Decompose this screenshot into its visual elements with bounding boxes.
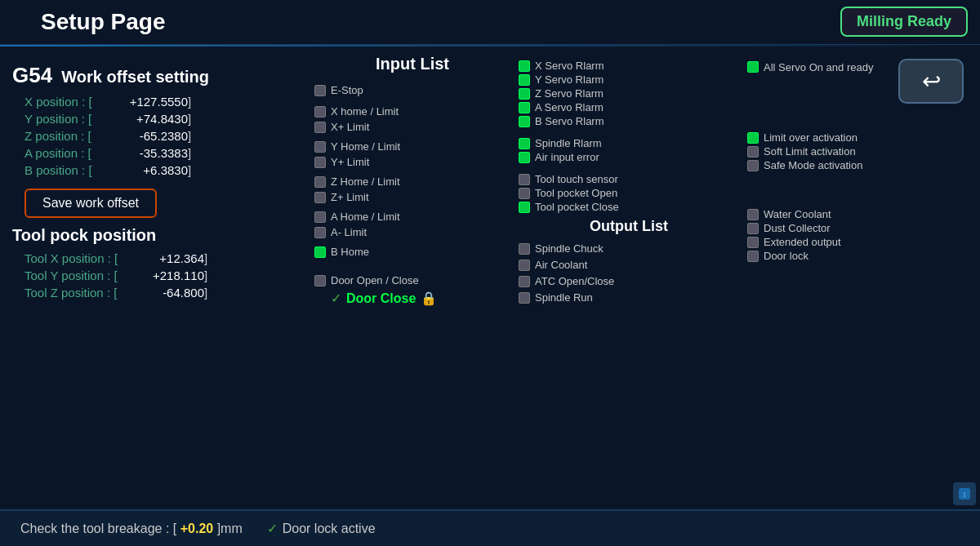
right-top: X Servo Rlarm Y Servo Rlarm Z Servo Rlar… <box>519 55 968 501</box>
work-offset-title: G54 Work offset setting <box>12 63 306 88</box>
list-item: Dust Collector <box>747 221 968 235</box>
list-item: X Servo Rlarm <box>519 59 739 73</box>
list-item: Extended output <box>747 235 968 249</box>
list-item: Spindle Run <box>519 291 739 304</box>
a-position-row: A position : [ -35.3383 ] <box>12 146 306 160</box>
tool-x-row: Tool X position : [ +12.364 ] <box>12 251 306 265</box>
output-col-left: Spindle Chuck Air Coolant ATC Open/Close <box>519 242 739 304</box>
safe-mode-indicator <box>747 160 759 171</box>
b-position-row: B position : [ +6.3830 ] <box>12 163 306 177</box>
list-item: Soft Limit activation <box>747 144 968 158</box>
save-work-offset-button[interactable]: Save work offset <box>24 189 157 218</box>
list-item: Spindle Rlarm <box>519 136 739 150</box>
door-lock-checkmark-icon: ✓ <box>267 521 278 536</box>
list-item: Limit over activation <box>747 131 968 144</box>
input-list: E-Stop X home / Limit X+ Limit Y Home / … <box>314 83 510 259</box>
zservo-indicator <box>519 88 530 100</box>
door-open-item: Door Open / Close <box>314 273 510 287</box>
list-item: E-Stop <box>314 83 510 97</box>
limits-col: All Servo On and ready Limit over activa… <box>747 55 968 501</box>
estop-indicator <box>314 85 326 96</box>
air-input-indicator <box>519 152 530 163</box>
list-item: B Home <box>314 245 510 259</box>
list-item: B Servo Rlarm <box>519 114 739 128</box>
door-lock-status: ✓ Door lock active <box>267 521 376 536</box>
yhome-indicator <box>314 141 326 153</box>
atc-indicator <box>519 276 530 287</box>
extended-output-indicator <box>747 237 759 248</box>
z-position-row: Z position : [ -65.2380 ] <box>12 129 306 143</box>
xservo-indicator <box>519 60 530 72</box>
soft-limit-indicator <box>747 146 759 158</box>
output-cols: Spindle Chuck Air Coolant ATC Open/Close <box>519 242 739 304</box>
all-servo-indicator <box>747 61 759 73</box>
tool-y-row: Tool Y position : [ +218.110 ] <box>12 269 306 282</box>
svg-text:↕: ↕ <box>963 490 967 499</box>
zlimit-indicator <box>314 192 326 203</box>
y-position-row: Y position : [ +74.8430 ] <box>12 112 306 126</box>
air-coolant-indicator <box>519 260 530 271</box>
bservo-indicator <box>519 116 530 127</box>
limit-over-indicator <box>747 132 759 144</box>
list-item: Water Coolant <box>747 207 968 221</box>
xlimit-indicator <box>314 122 326 133</box>
list-item: Tool pocket Close <box>519 200 739 214</box>
right-area: X Servo Rlarm Y Servo Rlarm Z Servo Rlar… <box>519 55 968 501</box>
list-item: Spindle Chuck <box>519 242 739 255</box>
tool-pocket-open-indicator <box>519 188 530 199</box>
checkmark-icon: ✓ <box>331 291 341 306</box>
spindle-rlarm-indicator <box>519 138 530 149</box>
water-coolant-indicator <box>747 209 759 220</box>
list-item: A- Limit <box>314 225 510 239</box>
list-item: X home / Limit <box>314 104 510 118</box>
aservo-indicator <box>519 102 530 113</box>
tool-z-row: Tool Z position : [ -64.800 ] <box>12 286 306 300</box>
door-close-row: ✓ Door Close 🔒 <box>314 291 510 306</box>
door-indicator <box>314 275 326 286</box>
lock-icon: 🔒 <box>421 291 437 306</box>
list-item: Tool pocket Open <box>519 186 739 200</box>
list-item: A Servo Rlarm <box>519 100 739 114</box>
alimit-indicator <box>314 227 326 238</box>
list-item: Safe Mode activation <box>747 158 968 172</box>
dust-collector-indicator <box>747 223 759 234</box>
x-position-row: X position : [ +127.5550 ] <box>12 95 306 109</box>
list-item: X+ Limit <box>314 120 510 134</box>
milling-ready-badge: Milling Ready <box>840 7 968 37</box>
spindle-chuck-indicator <box>519 243 530 255</box>
list-item: A Home / Limit <box>314 210 510 224</box>
main-content: G54 Work offset setting X position : [ +… <box>0 47 980 509</box>
list-item: Z+ Limit <box>314 190 510 204</box>
list-item: Air input error <box>519 150 739 164</box>
output-list-title: Output List <box>519 218 739 235</box>
door-section: Door Open / Close ✓ Door Close 🔒 <box>314 273 510 306</box>
list-item: Z Home / Limit <box>314 175 510 189</box>
door-lock-indicator <box>747 251 759 262</box>
ahome-indicator <box>314 211 326 223</box>
bhome-indicator <box>314 246 326 258</box>
yservo-indicator <box>519 74 530 86</box>
list-item: Y+ Limit <box>314 155 510 169</box>
center-panel: Input List E-Stop X home / Limit X+ Limi… <box>306 55 519 501</box>
ylimit-indicator <box>314 157 326 168</box>
scroll-icon[interactable]: ↕ <box>953 482 976 505</box>
list-item: Z Servo Rlarm <box>519 87 739 100</box>
status-bar: Check the tool breakage : [ +0.20 ]mm ✓ … <box>0 509 980 546</box>
top-bar: Setup Page <box>0 0 980 45</box>
list-item: ATC Open/Close <box>519 274 739 288</box>
tool-pocket-close-indicator <box>519 202 530 213</box>
check-tool-text: Check the tool breakage : [ +0.20 ]mm <box>20 522 243 536</box>
xhome-indicator <box>314 106 326 118</box>
zhome-indicator <box>314 176 326 188</box>
tool-pock-title: Tool pock position <box>12 226 306 245</box>
scroll-svg-icon: ↕ <box>957 486 972 501</box>
list-item: Air Coolant <box>519 258 739 272</box>
list-item: Y Home / Limit <box>314 140 510 153</box>
left-panel: G54 Work offset setting X position : [ +… <box>12 55 306 501</box>
list-item: Tool touch sensor <box>519 172 739 186</box>
input-list-title: Input List <box>314 55 510 73</box>
all-servo-item: All Servo On and ready <box>747 60 968 74</box>
list-item: Y Servo Rlarm <box>519 73 739 87</box>
servo-alarms-col: X Servo Rlarm Y Servo Rlarm Z Servo Rlar… <box>519 55 739 501</box>
tool-touch-indicator <box>519 174 530 185</box>
